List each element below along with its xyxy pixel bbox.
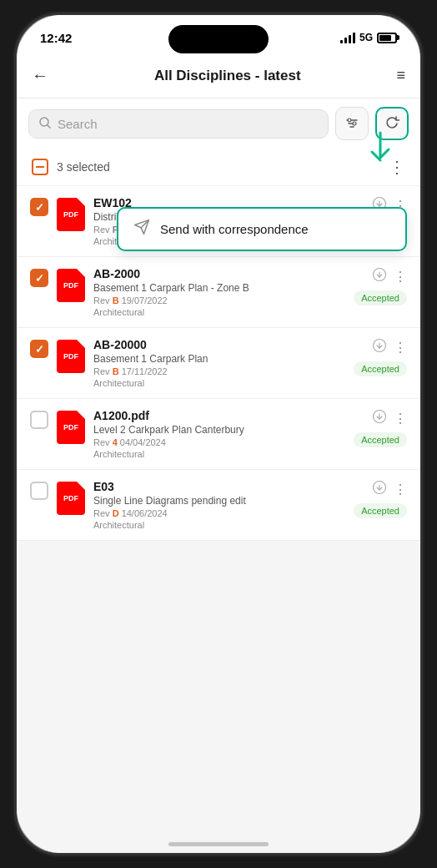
- app-header: ← All Disciplines - latest ≡: [17, 53, 420, 98]
- doc-title-5: E03: [93, 480, 345, 493]
- doc-title-4: A1200.pdf: [93, 409, 345, 422]
- download-icon-5[interactable]: [372, 480, 387, 498]
- document-list: ✓ PDF EW102 Distribu... & Label Schedule…: [17, 186, 420, 853]
- item-checkbox-2[interactable]: ✓: [30, 269, 48, 287]
- search-placeholder: Search: [58, 117, 98, 131]
- page-title: All Disciplines - latest: [58, 68, 396, 84]
- doc-subtitle-3: Basement 1 Carpark Plan: [93, 353, 345, 365]
- network-type-label: 5G: [359, 32, 373, 43]
- send-correspondence-label[interactable]: Send with correspondence: [160, 222, 309, 236]
- item-more-button-4[interactable]: ⋮: [394, 411, 407, 426]
- doc-subtitle-2: Basement 1 Carpark Plan - Zone B: [93, 282, 345, 294]
- doc-category-2: Architectural: [93, 307, 345, 317]
- list-item: PDF E03 Single Line Diagrams pending edi…: [17, 470, 420, 541]
- deselect-all-button[interactable]: [32, 159, 48, 175]
- menu-button[interactable]: ≡: [396, 67, 405, 84]
- svg-line-1: [48, 125, 50, 128]
- search-row: Search: [17, 98, 420, 149]
- pdf-icon-1: PDF: [57, 198, 85, 231]
- doc-meta-3: Rev B 17/11/2022: [93, 366, 345, 376]
- item-checkbox-1[interactable]: ✓: [30, 198, 48, 216]
- status-badge-2: Accepted: [354, 290, 407, 305]
- battery-icon: [377, 33, 397, 43]
- list-item: ✓ PDF AB-20000 Basement 1 Carpark Plan R…: [17, 328, 420, 399]
- status-icons: 5G: [340, 32, 397, 43]
- doc-meta-2: Rev B 19/07/2022: [93, 295, 345, 305]
- download-icon-2[interactable]: [372, 267, 387, 285]
- search-icon: [39, 117, 51, 131]
- doc-title-3: AB-20000: [93, 338, 345, 351]
- download-icon-4[interactable]: [372, 409, 387, 427]
- pdf-icon-3: PDF: [57, 340, 85, 373]
- item-more-button-2[interactable]: ⋮: [394, 269, 407, 285]
- download-icon-3[interactable]: [372, 338, 387, 356]
- doc-info-4: A1200.pdf Level 2 Carkpark Plan Canterbu…: [93, 409, 345, 459]
- search-box[interactable]: Search: [28, 109, 329, 139]
- status-badge-3: Accepted: [354, 361, 407, 376]
- item-more-button-3[interactable]: ⋮: [394, 340, 407, 356]
- dynamic-island: [168, 25, 269, 53]
- doc-info-5: E03 Single Line Diagrams pending edit Re…: [93, 480, 345, 530]
- doc-meta-4: Rev 4 04/04/2024: [93, 437, 345, 447]
- doc-subtitle-4: Level 2 Carkpark Plan Canterbury: [93, 424, 345, 436]
- doc-title-2: AB-2000: [93, 267, 345, 280]
- selection-bar: 3 selected ⋮: [17, 149, 420, 186]
- list-item: PDF A1200.pdf Level 2 Carkpark Plan Cant…: [17, 399, 420, 470]
- doc-actions-5: ⋮ Accepted: [354, 480, 407, 518]
- signal-bars-icon: [340, 32, 355, 43]
- pdf-icon-2: PDF: [57, 269, 85, 302]
- item-checkbox-3[interactable]: ✓: [30, 340, 48, 358]
- doc-icons-row-2: ⋮: [372, 267, 407, 285]
- doc-actions-4: ⋮ Accepted: [354, 409, 407, 447]
- doc-category-5: Architectural: [93, 520, 345, 530]
- doc-subtitle-5: Single Line Diagrams pending edit: [93, 495, 345, 507]
- pdf-icon-5: PDF: [57, 482, 85, 515]
- selected-count-label: 3 selected: [57, 160, 380, 174]
- doc-icons-row-4: ⋮: [372, 409, 407, 427]
- item-checkbox-4[interactable]: [30, 411, 48, 429]
- item-more-button-5[interactable]: ⋮: [394, 482, 407, 497]
- back-button[interactable]: ←: [32, 66, 48, 85]
- pdf-icon-4: PDF: [57, 411, 85, 444]
- status-badge-4: Accepted: [354, 432, 407, 447]
- arrow-annotation: [364, 129, 397, 174]
- item-checkbox-5[interactable]: [30, 482, 48, 500]
- doc-icons-row-5: ⋮: [372, 480, 407, 498]
- context-menu: Send with correspondence: [117, 207, 407, 251]
- doc-actions-3: ⋮ Accepted: [354, 338, 407, 376]
- status-time: 12:42: [40, 31, 72, 45]
- doc-info-2: AB-2000 Basement 1 Carpark Plan - Zone B…: [93, 267, 345, 317]
- doc-category-4: Architectural: [93, 449, 345, 459]
- doc-actions-2: ⋮ Accepted: [354, 267, 407, 305]
- svg-point-6: [353, 122, 356, 125]
- doc-meta-5: Rev D 14/06/2024: [93, 508, 345, 518]
- doc-icons-row-3: ⋮: [372, 338, 407, 356]
- send-correspondence-icon: [133, 219, 150, 240]
- svg-point-5: [348, 119, 351, 122]
- list-item: ✓ PDF AB-2000 Basement 1 Carpark Plan - …: [17, 257, 420, 328]
- status-badge-5: Accepted: [354, 503, 407, 518]
- doc-category-3: Architectural: [93, 378, 345, 388]
- doc-info-3: AB-20000 Basement 1 Carpark Plan Rev B 1…: [93, 338, 345, 388]
- home-indicator: [168, 842, 269, 846]
